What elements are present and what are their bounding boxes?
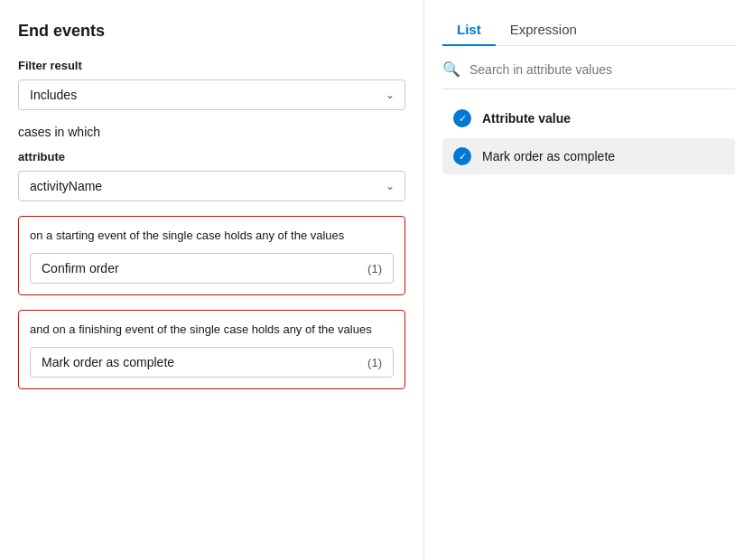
list-item-header-label: Attribute value [482,111,571,126]
finishing-event-count: (1) [367,356,382,369]
starting-event-count: (1) [367,262,382,275]
check-icon-header: ✓ [453,109,471,127]
left-panel: End events Filter result Includes Exclud… [0,0,424,560]
filter-result-label: Filter result [18,59,405,72]
finishing-event-value: Mark order as complete [42,355,174,369]
tab-expression[interactable]: Expression [496,14,591,46]
filter-result-select-wrapper: Includes Excludes ⌄ [18,79,405,110]
starting-event-value: Confirm order [42,261,119,275]
attribute-value-list: ✓ Attribute value ✓ Mark order as comple… [442,100,735,174]
list-item-mark-order-label: Mark order as complete [482,149,615,163]
search-input[interactable] [469,62,735,77]
tabs-row: List Expression [442,14,735,46]
cases-label: cases in which [18,125,405,139]
check-icon-mark-order: ✓ [453,147,471,165]
search-icon: 🔍 [442,61,460,78]
search-row: 🔍 [442,61,735,89]
attribute-select-wrapper: activityName resource timestamp ⌄ [18,171,405,201]
attribute-select[interactable]: activityName resource timestamp [18,171,405,201]
finishing-event-label: and on a finishing event of the single c… [30,322,394,338]
attribute-label: attribute [18,150,405,163]
starting-event-box: on a starting event of the single case h… [18,216,405,295]
list-item-header[interactable]: ✓ Attribute value [442,100,735,136]
starting-event-label: on a starting event of the single case h… [30,228,394,244]
right-panel: List Expression 🔍 ✓ Attribute value ✓ Ma… [424,0,753,560]
tab-list[interactable]: List [442,14,496,46]
finishing-event-value-row[interactable]: Mark order as complete (1) [30,347,394,378]
starting-event-value-row[interactable]: Confirm order (1) [30,253,394,284]
panel-title: End events [18,22,405,41]
filter-result-select[interactable]: Includes Excludes [18,79,405,110]
finishing-event-box: and on a finishing event of the single c… [18,310,405,389]
list-item-mark-order[interactable]: ✓ Mark order as complete [442,138,735,174]
